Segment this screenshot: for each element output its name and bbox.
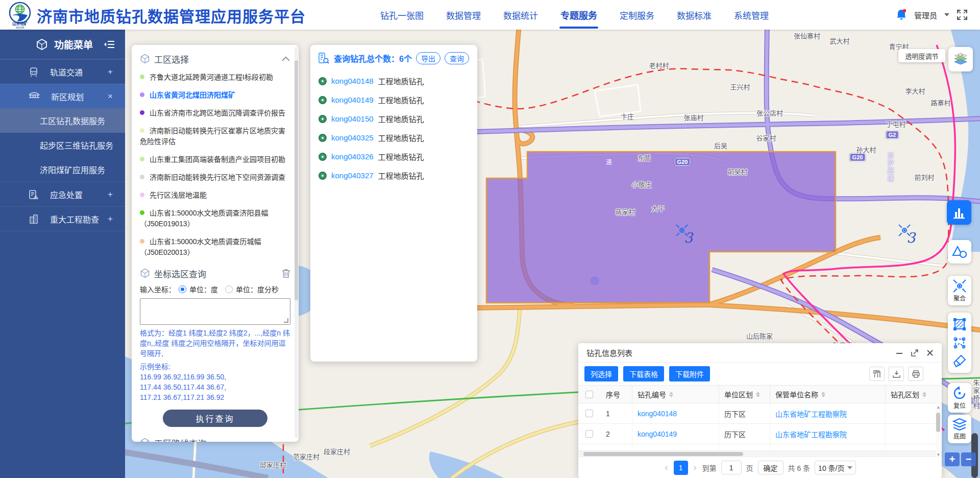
table-column-header[interactable]: 单位区划 [719, 386, 770, 403]
statistics-chart-button[interactable] [947, 200, 971, 225]
expand-plus-icon[interactable]: + [108, 189, 113, 200]
workarea-scrollbar[interactable] [295, 47, 298, 438]
export-table-icon[interactable] [889, 367, 904, 381]
bell-icon[interactable] [896, 9, 907, 21]
workarea-item[interactable]: 山东省1:50000水文地质调查济阳县幅（J50E019013） [140, 204, 290, 233]
radio-unit-degree[interactable] [179, 285, 186, 293]
zoom-out-button[interactable]: − [961, 452, 976, 466]
borehole-cluster-marker[interactable]: 3 [898, 224, 920, 246]
radio-label-degree[interactable]: 单位：度 [189, 284, 218, 294]
nav-item[interactable]: 系统管理 [734, 0, 769, 30]
minimize-icon[interactable] [896, 349, 903, 356]
transparency-adjust-button[interactable]: 透明度调节 [898, 49, 945, 62]
table-action-button[interactable]: 下载附件 [669, 366, 710, 381]
expand-plus-icon[interactable]: + [108, 67, 113, 77]
table-action-button[interactable]: 下载表格 [623, 366, 664, 381]
table-column-header[interactable]: 钻孔区划 [886, 386, 934, 403]
trash-icon[interactable] [282, 269, 290, 278]
sidebar-item-new-district[interactable]: 新区规划 × [0, 84, 125, 108]
sort-icon[interactable] [669, 392, 673, 397]
workarea-item[interactable]: 山东重工集团高端装备制造产业园项目初勘 [140, 151, 290, 169]
nav-item[interactable]: 数据管理 [446, 0, 481, 30]
execute-query-button[interactable]: 执行查询 [163, 410, 267, 427]
table-action-button[interactable]: 列选择 [584, 366, 618, 381]
table-column-header[interactable]: 序号 [601, 386, 632, 403]
clear-brush-icon[interactable] [953, 354, 966, 368]
next-page-icon[interactable]: › [693, 462, 698, 473]
coord-textarea[interactable] [140, 298, 290, 325]
draw-shapes-button[interactable] [948, 240, 971, 264]
table-vertical-scrollbar[interactable]: ▲ ▼ [936, 404, 941, 458]
reset-view-button[interactable]: 复位 [948, 383, 971, 413]
polygon-select-icon[interactable] [953, 336, 966, 349]
workarea-item[interactable]: 先行区浅层地温能 [140, 186, 290, 204]
fullscreen-icon[interactable] [957, 9, 968, 20]
print-icon[interactable] [908, 367, 923, 381]
user-name[interactable]: 管理员 [914, 10, 937, 20]
borehole-result-item[interactable]: kong040327 工程地质钻孔 [317, 166, 470, 185]
confirm-page-button[interactable]: 确定 [758, 461, 783, 474]
nav-item[interactable]: 专题服务 [560, 0, 597, 30]
row-checkbox[interactable] [585, 410, 593, 417]
cluster-toggle-button[interactable]: 聚合 [948, 276, 971, 305]
caret-down-icon[interactable] [944, 13, 949, 16]
radio-unit-dms[interactable] [225, 285, 233, 293]
select-all-checkbox[interactable] [585, 391, 593, 398]
table-row[interactable]: 3 kong040150 历下区 山东省地矿工程勘察院 [578, 444, 942, 450]
borehole-result-item[interactable]: kong040150 工程地质钻孔 [317, 109, 470, 128]
sort-icon[interactable] [821, 392, 825, 397]
sidebar-subitem[interactable]: 工区钻孔数据服务 [0, 108, 125, 133]
borehole-result-item[interactable]: kong040325 工程地质钻孔 [317, 128, 470, 147]
zoom-in-button[interactable]: + [945, 452, 960, 466]
sort-icon[interactable] [922, 392, 926, 397]
basemap-button[interactable]: 底图 [948, 415, 971, 443]
workarea-item[interactable]: 齐鲁大道北延跨黄河通道工程I标段初勘 [140, 68, 290, 86]
prev-page-icon[interactable]: ‹ [664, 462, 669, 473]
layer-preview-button[interactable] [948, 47, 973, 71]
export-button[interactable]: 导出 [416, 52, 440, 64]
chevron-up-icon[interactable] [281, 56, 290, 62]
table-column-header[interactable]: 钻孔编号 [632, 386, 719, 403]
maximize-icon[interactable] [911, 349, 918, 356]
collapse-menu-icon[interactable] [104, 40, 115, 49]
borehole-cluster-marker[interactable]: 3 [675, 224, 698, 246]
nav-item[interactable]: 数据统计 [503, 0, 538, 30]
row-checkbox[interactable] [585, 430, 593, 438]
borehole-result-item[interactable]: kong040149 工程地质钻孔 [317, 90, 470, 109]
table-row[interactable]: 1 kong040148 历下区 山东省地矿工程勘察院 [578, 403, 942, 424]
sidebar-item-rail-transit[interactable]: 轨道交通 + [0, 59, 125, 84]
scroll-up-icon[interactable]: ▲ [936, 405, 941, 410]
workarea-item[interactable]: 济南新旧动能转换先行区崔寨片区地质灾害危险性评估 [140, 122, 290, 151]
scroll-down-icon[interactable]: ▼ [936, 452, 941, 457]
workarea-item[interactable]: 山东省1:50000水文地质调查历城幅（J50E020013） [140, 233, 290, 261]
table-column-header[interactable]: 保管单位名称 [770, 386, 886, 403]
borehole-result-item[interactable]: kong040326 工程地质钻孔 [317, 147, 470, 166]
nav-item[interactable]: 定制服务 [620, 0, 654, 30]
building-search-icon [317, 52, 330, 64]
expand-plus-icon[interactable]: + [108, 214, 113, 224]
nav-item[interactable]: 钻孔一张图 [380, 0, 424, 30]
sidebar-item-major-projects[interactable]: 重大工程勘查 + [0, 206, 125, 231]
collapse-x-icon[interactable]: × [108, 91, 113, 102]
workarea-item[interactable]: 山东省济南市北跨区地面沉降调查评价报告 [140, 104, 290, 122]
rect-select-icon[interactable] [953, 318, 966, 331]
page-size-select[interactable]: 10 条/页 [815, 461, 856, 474]
goto-page-input[interactable]: 1 [721, 461, 742, 474]
workarea-item[interactable]: 山东省黄河北煤田济阳煤矿 [140, 86, 290, 104]
workarea-item[interactable]: 济南新旧动能转换先行区地下空间资源调查 [140, 169, 290, 186]
table-row[interactable]: 2 kong040149 历下区 山东省地矿工程勘察院 [578, 424, 942, 444]
table-titlebar[interactable]: 钻孔信息列表 [578, 343, 942, 363]
nav-item[interactable]: 数据标准 [677, 0, 712, 30]
column-settings-icon[interactable] [869, 367, 885, 381]
sidebar-subitem[interactable]: 济阳煤矿应用服务 [0, 157, 125, 182]
radio-label-dms[interactable]: 单位：度分秒 [236, 284, 279, 294]
current-page-button[interactable]: 1 [674, 461, 688, 475]
borehole-result-item[interactable]: kong040148 工程地质钻孔 [317, 71, 470, 90]
sidebar-item-emergency[interactable]: 应急处置 + [0, 182, 125, 206]
table-horizontal-scrollbar[interactable] [578, 450, 942, 457]
workarea-panel: 工区选择 齐鲁大道北延跨黄河通道工程I标段初勘 山东省黄河北煤田济阳煤矿 山东省… [132, 45, 299, 442]
sidebar-subitem[interactable]: 起步区三维钻孔服务 [0, 133, 125, 157]
sort-icon[interactable] [756, 392, 760, 397]
close-icon[interactable] [926, 349, 934, 356]
query-button[interactable]: 查询 [445, 52, 469, 64]
